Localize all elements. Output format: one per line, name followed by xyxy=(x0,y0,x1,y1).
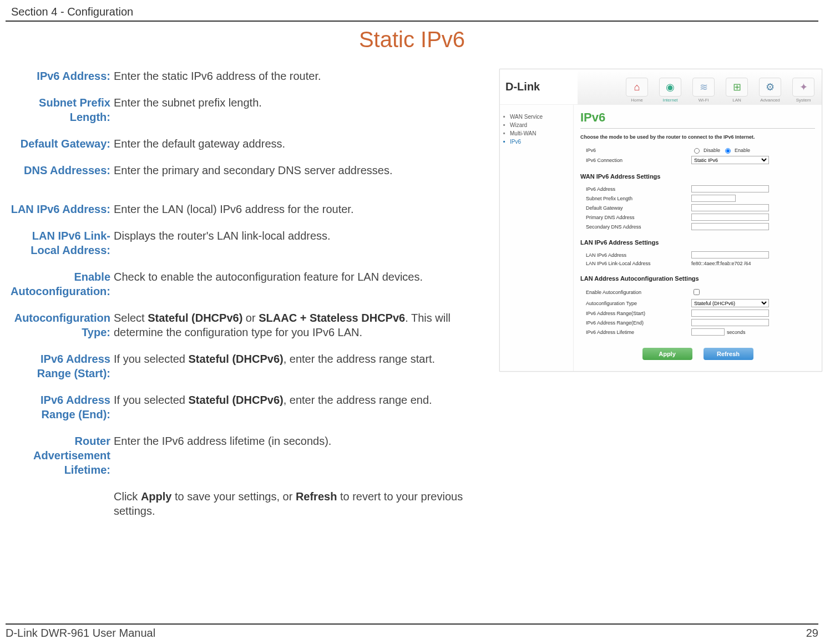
section-wan-title: WAN IPv6 Address Settings xyxy=(580,173,815,180)
sidebar-item-ipv6[interactable]: IPv6 xyxy=(503,138,570,146)
definitions-column: IPv6 Address:Enter the static IPv6 addre… xyxy=(6,69,477,530)
footer-page-number: 29 xyxy=(806,627,818,640)
label-subnet-prefix: Subnet Prefix Length: xyxy=(6,95,114,124)
wan-gateway-input[interactable] xyxy=(691,204,769,211)
nav-lan[interactable]: ⊞LAN xyxy=(721,78,752,104)
label-enable-autoconfig: Enable Autoconfiguration: xyxy=(6,270,114,298)
apply-button[interactable]: Apply xyxy=(642,348,692,360)
field-label-ipv6: IPv6 xyxy=(586,148,691,153)
autoconfig-enable-checkbox[interactable] xyxy=(694,289,700,295)
page-title: Static IPv6 xyxy=(6,27,818,52)
intro-text: Choose the mode to be used by the router… xyxy=(580,134,815,140)
desc-ipv6-address: Enter the static IPv6 address of the rou… xyxy=(114,69,477,83)
advanced-icon: ⚙ xyxy=(759,78,781,97)
dlink-logo: D-Link xyxy=(500,69,578,104)
section-lan-title: LAN IPv6 Address Settings xyxy=(580,239,815,246)
label-range-end: IPv6 Address Range (End): xyxy=(6,393,114,422)
select-connection[interactable]: Static IPv6 xyxy=(691,156,769,164)
radio-enable[interactable] xyxy=(725,148,731,154)
radio-enable-label: Enable xyxy=(735,148,750,153)
wan-dns1-input[interactable] xyxy=(691,214,769,221)
range-end-label: IPv6 Address Range(End) xyxy=(586,320,691,326)
desc-lan-ipv6: Enter the LAN (local) IPv6 address for t… xyxy=(114,202,477,216)
label-empty xyxy=(6,489,114,518)
wan-ipv6-address-label: IPv6 Address xyxy=(586,186,691,192)
label-dns-addresses: DNS Addresses: xyxy=(6,163,114,178)
lan-linklocal-label: LAN IPv6 Link-Local Address xyxy=(586,261,691,266)
autoconfig-enable-label: Enable Autoconfiguration xyxy=(586,290,691,295)
lifetime-unit: seconds xyxy=(727,329,746,335)
label-default-gateway: Default Gateway: xyxy=(6,136,114,151)
label-ipv6-address: IPv6 Address: xyxy=(6,69,114,83)
label-range-start: IPv6 Address Range (Start): xyxy=(6,352,114,381)
nav-internet[interactable]: ◉Internet xyxy=(655,78,686,104)
main-heading: IPv6 xyxy=(580,110,815,129)
label-lan-ipv6: LAN IPv6 Address: xyxy=(6,202,114,216)
wan-dns2-input[interactable] xyxy=(691,223,769,230)
system-icon: ✦ xyxy=(792,78,814,97)
internet-icon: ◉ xyxy=(659,78,681,97)
desc-enable-autoconfig: Check to enable the autoconfiguration fe… xyxy=(114,270,477,298)
range-start-label: IPv6 Address Range(Start) xyxy=(586,311,691,316)
footer-left: D-Link DWR-961 User Manual xyxy=(6,627,155,640)
radio-disable-label: Disable xyxy=(704,148,720,153)
desc-lan-linklocal: Displays the router's LAN link-local add… xyxy=(114,229,477,257)
wan-prefix-input[interactable] xyxy=(691,195,736,202)
sidebar-item-multiwan[interactable]: Multi-WAN xyxy=(503,129,570,138)
autoconfig-type-label: Autoconfiguration Type xyxy=(586,301,691,306)
wan-ipv6-address-input[interactable] xyxy=(691,185,769,192)
wan-dns1-label: Primary DNS Address xyxy=(586,215,691,220)
nav-home[interactable]: ⌂Home xyxy=(621,78,652,104)
nav-wifi[interactable]: ≋Wi-Fi xyxy=(688,78,719,104)
nav-advanced[interactable]: ⚙Advanced xyxy=(755,78,786,104)
top-nav: ⌂Home ◉Internet ≋Wi-Fi ⊞LAN ⚙Advanced ✦S… xyxy=(578,69,822,104)
section-header: Section 4 - Configuration xyxy=(6,6,818,22)
range-end-input[interactable] xyxy=(691,319,769,326)
lifetime-input[interactable] xyxy=(691,328,725,336)
sidebar-item-wan[interactable]: WAN Service xyxy=(503,113,570,121)
section-autoconfig-title: LAN Address Autoconfiguration Settings xyxy=(580,275,815,282)
desc-subnet-prefix: Enter the subnet prefix length. xyxy=(114,95,477,124)
sidebar-item-wizard[interactable]: Wizard xyxy=(503,121,570,129)
autoconfig-type-select[interactable]: Stateful (DHCPv6) xyxy=(691,299,769,307)
sidebar: WAN Service Wizard Multi-WAN IPv6 xyxy=(500,105,574,371)
lan-ipv6-label: LAN IPv6 Address xyxy=(586,252,691,258)
lan-ipv6-input[interactable] xyxy=(691,251,769,258)
range-start-input[interactable] xyxy=(691,310,769,317)
nav-system[interactable]: ✦System xyxy=(788,78,819,104)
refresh-button[interactable]: Refresh xyxy=(704,348,753,360)
wan-prefix-label: Subnet Prefix Length xyxy=(586,196,691,201)
desc-default-gateway: Enter the default gateway address. xyxy=(114,136,477,151)
home-icon: ⌂ xyxy=(626,78,648,97)
lifetime-label: IPv6 Address Lifetime xyxy=(586,329,691,335)
desc-ra-lifetime: Enter the IPv6 address lifetime (in seco… xyxy=(114,434,477,477)
label-lan-linklocal: LAN IPv6 Link-Local Address: xyxy=(6,229,114,257)
desc-autoconfig-type: Select Stateful (DHCPv6) or SLAAC + Stat… xyxy=(114,311,477,339)
label-autoconfig-type: Autoconfiguration Type: xyxy=(6,311,114,339)
radio-disable[interactable] xyxy=(694,148,700,154)
wan-dns2-label: Secondary DNS Address xyxy=(586,224,691,230)
wifi-icon: ≋ xyxy=(692,78,715,97)
desc-range-start: If you selected Stateful (DHCPv6), enter… xyxy=(114,352,477,381)
lan-icon: ⊞ xyxy=(726,78,748,97)
desc-range-end: If you selected Stateful (DHCPv6), enter… xyxy=(114,393,477,422)
router-ui-screenshot: D-Link ⌂Home ◉Internet ≋Wi-Fi ⊞LAN ⚙Adva… xyxy=(499,69,822,372)
desc-dns-addresses: Enter the primary and secondary DNS serv… xyxy=(114,163,477,178)
wan-gateway-label: Default Gateway xyxy=(586,205,691,211)
field-label-conn: IPv6 Connection xyxy=(586,158,691,163)
desc-apply-refresh: Click Apply to save your settings, or Re… xyxy=(114,489,477,518)
label-ra-lifetime: Router Advertisement Lifetime: xyxy=(6,434,114,477)
lan-linklocal-value: fe80::4aee:ff:feab:e702 /64 xyxy=(691,261,751,266)
